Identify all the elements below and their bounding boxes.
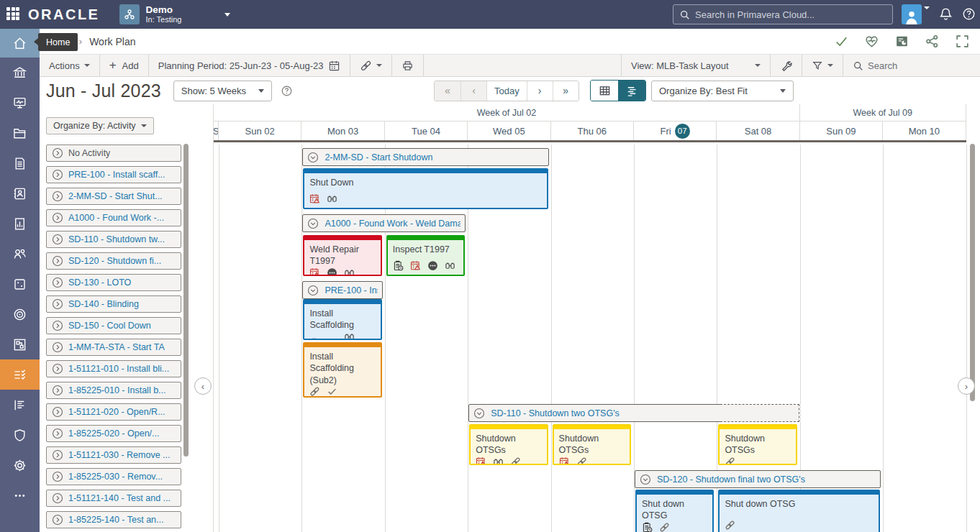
task-group-header[interactable]: PRE-100 - Ins... <box>302 281 382 299</box>
task-card[interactable]: Shutdown OTSGs <box>553 424 631 465</box>
task-group-header[interactable]: A1000 - Found Work - Weld Damage <box>302 214 466 232</box>
sidebar-item-workspaces[interactable] <box>0 58 40 88</box>
expand-circle-icon[interactable] <box>52 428 63 439</box>
activity-list-item[interactable]: 1-85225-020 - Open/... <box>46 425 181 442</box>
expand-circle-icon[interactable] <box>52 169 63 180</box>
grid-view-button[interactable] <box>591 81 618 101</box>
workspace-selector[interactable]: Demo In: Testing <box>119 4 230 24</box>
link-tasks-button[interactable] <box>350 55 392 76</box>
app-grid-icon[interactable] <box>6 7 21 22</box>
actions-button[interactable]: Actions <box>40 55 100 76</box>
expand-circle-icon[interactable] <box>52 191 63 202</box>
activity-list-item[interactable]: 1-85225-010 - Install b... <box>46 382 181 399</box>
show-weeks-dropdown[interactable]: Show: 5 Weeks <box>173 81 272 101</box>
view-selector[interactable]: View: MLB-Task Layout <box>621 55 771 76</box>
expand-circle-icon[interactable] <box>52 277 63 288</box>
sidebar-item-more[interactable] <box>0 480 40 510</box>
calendar-icon[interactable] <box>328 60 340 72</box>
expand-circle-icon[interactable] <box>52 406 63 418</box>
expand-circle-icon[interactable] <box>52 363 63 375</box>
nav-next-button[interactable]: › <box>527 81 553 101</box>
expand-circle-icon[interactable] <box>52 449 63 461</box>
task-card[interactable]: Install Scaffolding 3 <box>303 299 381 340</box>
activity-list-item[interactable]: 1-51121-140 - Test and ... <box>46 490 181 507</box>
task-group-header[interactable]: SD-120 - Shutdown final two OTSG's <box>635 470 881 488</box>
sidebar-item-reports[interactable] <box>0 208 40 239</box>
activity-list-item[interactable]: SD-150 - Cool Down <box>46 317 181 334</box>
sidebar-item-resources[interactable] <box>0 239 40 269</box>
sidebar-item-dashboards[interactable] <box>0 88 40 118</box>
task-group-header[interactable]: SD-110 - Shutdown two OTSG's <box>468 404 722 422</box>
sidebar-item-settings[interactable] <box>0 450 40 480</box>
board-view-button[interactable] <box>618 81 645 101</box>
activity-list-item[interactable]: 1-51121-030 - Remove ... <box>46 446 181 464</box>
expand-circle-icon[interactable] <box>52 234 63 245</box>
activity-list-item[interactable]: SD-140 - Blinding <box>46 295 181 313</box>
nav-first-button[interactable]: « <box>435 81 460 101</box>
activity-list-item[interactable]: 1-85225-030 - Remov... <box>46 468 181 485</box>
status-report-icon[interactable] <box>894 34 909 49</box>
task-card[interactable]: Shutdown OTSGs <box>718 424 797 465</box>
expand-circle-icon[interactable] <box>52 492 63 504</box>
task-card[interactable]: Install Scaffolding (Sub2) <box>303 342 381 398</box>
activity-list-item[interactable]: SD-110 - Shutdown tw... <box>46 231 181 248</box>
collapse-circle-icon[interactable] <box>307 285 319 296</box>
activity-list-item[interactable]: 1-51121-010 - Install bli... <box>46 360 181 377</box>
sidebar-item-workflows[interactable] <box>0 329 40 359</box>
fullscreen-icon[interactable] <box>955 34 970 49</box>
task-card[interactable]: Shut down OTSG <box>635 490 714 532</box>
sidebar-item-contacts[interactable] <box>0 178 40 208</box>
expand-circle-icon[interactable] <box>52 320 63 331</box>
share-icon[interactable] <box>925 34 940 49</box>
collapse-panel-button[interactable]: ‹ <box>194 377 212 395</box>
activity-list-item[interactable]: PRE-100 - Install scaff... <box>46 166 181 183</box>
activity-list-item[interactable]: 2-MM-SD - Start Shut... <box>46 188 181 205</box>
expand-circle-icon[interactable] <box>52 341 63 353</box>
collapse-circle-icon[interactable] <box>307 218 319 229</box>
collapse-circle-icon[interactable] <box>640 474 651 485</box>
expand-circle-icon[interactable] <box>52 471 63 482</box>
expand-circle-icon[interactable] <box>52 514 63 526</box>
notifications-bell-icon[interactable] <box>939 7 953 21</box>
customize-button[interactable] <box>771 55 802 76</box>
planning-period[interactable]: Planning Period: 25-Jun-23 - 05-Aug-23 <box>149 55 350 76</box>
nav-last-button[interactable]: » <box>553 81 579 101</box>
expand-circle-icon[interactable] <box>52 298 63 310</box>
add-button[interactable]: +Add <box>100 55 149 76</box>
organize-by-activity-button[interactable]: Organize By: Activity <box>46 117 154 134</box>
activity-list-item[interactable]: SD-120 - Shutdown fi... <box>46 252 181 270</box>
activity-list-item[interactable]: A1000 - Found Work -... <box>46 209 181 226</box>
activity-list-item[interactable]: 1-51121-020 - Open/R... <box>46 403 181 421</box>
help-circle-icon[interactable] <box>281 85 293 97</box>
user-menu[interactable] <box>902 4 930 24</box>
organize-by-dropdown[interactable]: Organize By: Best Fit <box>651 81 794 101</box>
help-icon[interactable] <box>962 7 976 21</box>
health-icon[interactable] <box>864 34 879 49</box>
nav-prev-button[interactable]: ‹ <box>460 81 486 101</box>
sidebar-item-dice[interactable] <box>0 269 40 299</box>
global-search[interactable] <box>673 4 893 24</box>
collapse-circle-icon[interactable] <box>473 408 485 419</box>
sidebar-item-documents[interactable] <box>0 148 40 178</box>
sidebar-item-activities[interactable] <box>0 390 40 420</box>
activity-list-item[interactable]: 1-85225-140 - Test an... <box>46 511 181 528</box>
task-group-header[interactable]: 2-MM-SD - Start Shutdown <box>302 148 548 166</box>
task-card[interactable]: Shut Down <box>303 168 548 209</box>
expand-circle-icon[interactable] <box>52 147 63 159</box>
expand-circle-icon[interactable] <box>52 385 63 396</box>
sidebar-item-portfolios[interactable] <box>0 118 40 148</box>
task-card[interactable]: Inspect T1997 <box>386 235 465 276</box>
expand-circle-icon[interactable] <box>52 212 63 224</box>
panel-scrollbar[interactable] <box>183 144 189 457</box>
calendar-scrollbar[interactable] <box>970 144 975 401</box>
task-card[interactable]: Shut down OTSG <box>718 490 880 532</box>
collapse-circle-icon[interactable] <box>307 152 319 163</box>
sidebar-item-risk[interactable] <box>0 420 40 450</box>
activity-list-item[interactable]: No Activity <box>46 145 181 162</box>
activity-list-item[interactable]: 1-MM-TA-STA - Start TA <box>46 339 181 356</box>
global-search-input[interactable] <box>695 9 886 20</box>
sidebar-item-goals[interactable] <box>0 299 40 329</box>
expand-circle-icon[interactable] <box>52 255 63 267</box>
mark-complete-icon[interactable] <box>834 34 849 49</box>
activity-list-item[interactable]: SD-130 - LOTO <box>46 274 181 291</box>
